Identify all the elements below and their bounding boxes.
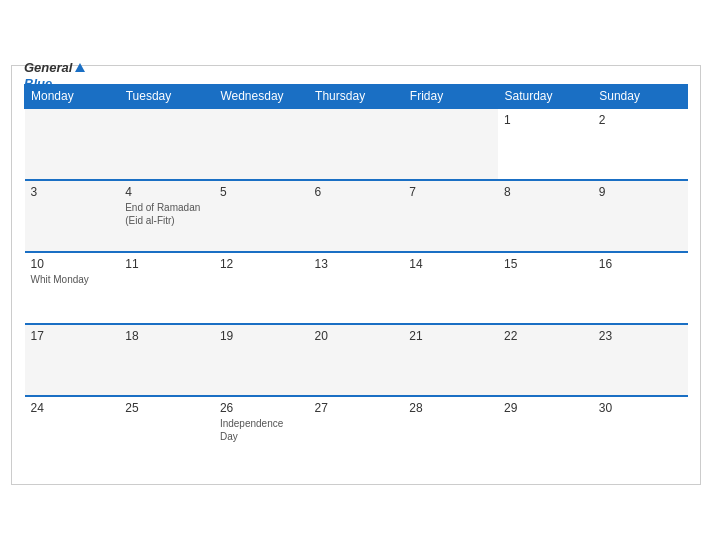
day-number: 26 — [220, 401, 303, 415]
day-number: 30 — [599, 401, 682, 415]
calendar-week-row: 10Whit Monday111213141516 — [25, 252, 688, 324]
weekday-header-friday: Friday — [403, 85, 498, 109]
calendar-day-cell: 20 — [309, 324, 404, 396]
calendar-day-cell: 26Independence Day — [214, 396, 309, 468]
calendar-day-cell: 7 — [403, 180, 498, 252]
calendar-day-cell: 18 — [119, 324, 214, 396]
calendar-week-row: 242526Independence Day27282930 — [25, 396, 688, 468]
day-number: 6 — [315, 185, 398, 199]
day-number: 13 — [315, 257, 398, 271]
day-number: 29 — [504, 401, 587, 415]
day-number: 5 — [220, 185, 303, 199]
day-number: 15 — [504, 257, 587, 271]
logo-triangle-icon — [75, 63, 85, 72]
calendar-day-cell — [119, 108, 214, 180]
calendar-day-cell: 29 — [498, 396, 593, 468]
calendar-day-cell: 3 — [25, 180, 120, 252]
day-number: 28 — [409, 401, 492, 415]
day-number: 10 — [31, 257, 114, 271]
calendar-day-cell: 6 — [309, 180, 404, 252]
day-number: 7 — [409, 185, 492, 199]
calendar-week-row: 34End of Ramadan (Eid al-Fitr)56789 — [25, 180, 688, 252]
calendar-day-cell: 13 — [309, 252, 404, 324]
calendar-day-cell: 10Whit Monday — [25, 252, 120, 324]
day-number: 4 — [125, 185, 208, 199]
day-number: 24 — [31, 401, 114, 415]
calendar-day-cell: 22 — [498, 324, 593, 396]
calendar-container: General Blue MondayTuesdayWednesdayThurs… — [11, 65, 701, 485]
weekday-header-sunday: Sunday — [593, 85, 688, 109]
calendar-day-cell: 8 — [498, 180, 593, 252]
calendar-day-cell: 21 — [403, 324, 498, 396]
day-number: 27 — [315, 401, 398, 415]
weekday-header-wednesday: Wednesday — [214, 85, 309, 109]
calendar-day-cell: 30 — [593, 396, 688, 468]
day-number: 25 — [125, 401, 208, 415]
logo-blue-text: Blue — [24, 76, 52, 92]
day-number: 22 — [504, 329, 587, 343]
calendar-day-cell — [25, 108, 120, 180]
calendar-day-cell — [309, 108, 404, 180]
calendar-day-cell: 28 — [403, 396, 498, 468]
calendar-day-cell: 1 — [498, 108, 593, 180]
day-number: 20 — [315, 329, 398, 343]
calendar-day-cell: 15 — [498, 252, 593, 324]
logo: General Blue — [24, 60, 85, 91]
calendar-week-row: 12 — [25, 108, 688, 180]
weekday-header-thursday: Thursday — [309, 85, 404, 109]
holiday-text: End of Ramadan (Eid al-Fitr) — [125, 201, 208, 227]
day-number: 8 — [504, 185, 587, 199]
weekday-header-row: MondayTuesdayWednesdayThursdayFridaySatu… — [25, 85, 688, 109]
calendar-day-cell: 19 — [214, 324, 309, 396]
day-number: 11 — [125, 257, 208, 271]
day-number: 23 — [599, 329, 682, 343]
day-number: 12 — [220, 257, 303, 271]
day-number: 2 — [599, 113, 682, 127]
calendar-day-cell — [403, 108, 498, 180]
calendar-day-cell: 11 — [119, 252, 214, 324]
calendar-day-cell: 23 — [593, 324, 688, 396]
calendar-day-cell: 25 — [119, 396, 214, 468]
calendar-day-cell: 14 — [403, 252, 498, 324]
calendar-day-cell: 5 — [214, 180, 309, 252]
weekday-header-tuesday: Tuesday — [119, 85, 214, 109]
calendar-day-cell: 27 — [309, 396, 404, 468]
day-number: 21 — [409, 329, 492, 343]
calendar-day-cell: 24 — [25, 396, 120, 468]
day-number: 18 — [125, 329, 208, 343]
calendar-day-cell: 16 — [593, 252, 688, 324]
calendar-day-cell: 12 — [214, 252, 309, 324]
calendar-grid: MondayTuesdayWednesdayThursdayFridaySatu… — [24, 84, 688, 468]
logo-general-text: General — [24, 60, 72, 76]
holiday-text: Independence Day — [220, 417, 303, 443]
weekday-header-saturday: Saturday — [498, 85, 593, 109]
day-number: 9 — [599, 185, 682, 199]
holiday-text: Whit Monday — [31, 273, 114, 286]
day-number: 16 — [599, 257, 682, 271]
calendar-day-cell — [214, 108, 309, 180]
calendar-week-row: 17181920212223 — [25, 324, 688, 396]
day-number: 1 — [504, 113, 587, 127]
day-number: 19 — [220, 329, 303, 343]
calendar-day-cell: 9 — [593, 180, 688, 252]
calendar-day-cell: 4End of Ramadan (Eid al-Fitr) — [119, 180, 214, 252]
day-number: 17 — [31, 329, 114, 343]
day-number: 3 — [31, 185, 114, 199]
calendar-day-cell: 2 — [593, 108, 688, 180]
calendar-day-cell: 17 — [25, 324, 120, 396]
day-number: 14 — [409, 257, 492, 271]
